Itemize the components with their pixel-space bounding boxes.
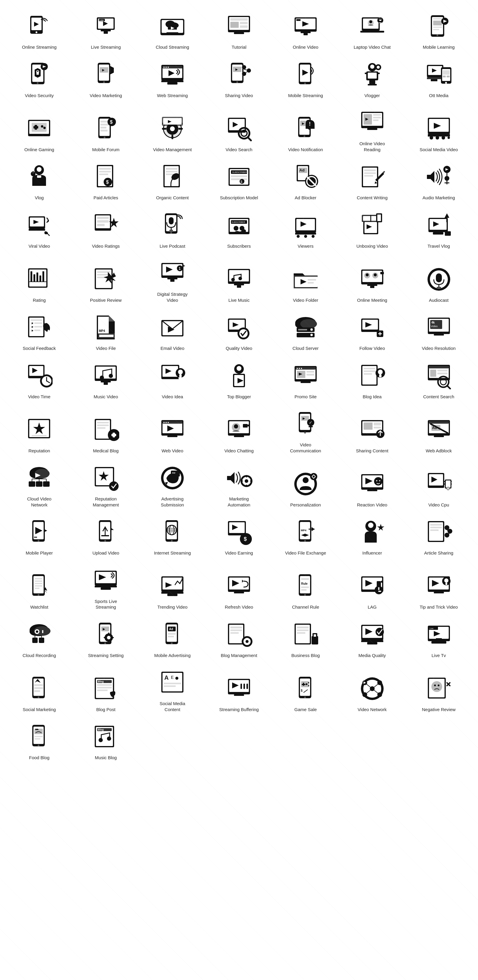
channel-rule-icon: Rule: [291, 571, 321, 601]
svg-point-690: [434, 684, 436, 686]
svg-point-143: [303, 135, 305, 137]
svg-rect-246: [377, 215, 381, 221]
svg-text:Blog: Blog: [98, 728, 104, 731]
video-security-icon: [24, 60, 54, 90]
svg-rect-548: [167, 594, 178, 596]
svg-rect-670: [302, 684, 305, 685]
svg-rect-558: [301, 578, 309, 580]
live-streaming-icon: Live: [91, 11, 121, 41]
cloud-recording-icon: [24, 620, 54, 649]
icon-item-online-gaming: Online Gaming: [6, 102, 73, 157]
svg-rect-7: [101, 30, 111, 31]
cloud-server-label: Cloud Server: [292, 345, 319, 352]
icon-item-social-media-content: A E Social Media Content: [139, 662, 206, 716]
svg-rect-154: [367, 128, 377, 130]
travel-vlog-label: Travel Vlog: [427, 243, 450, 249]
svg-rect-105: [447, 76, 449, 77]
svg-text:$: $: [240, 180, 242, 183]
svg-text:$: $: [301, 689, 303, 692]
mobile-forum-label: Mobile Forum: [92, 147, 119, 153]
svg-rect-596: [104, 637, 105, 638]
svg-rect-538: [35, 588, 40, 589]
svg-point-589: [104, 643, 106, 644]
svg-rect-217: [97, 220, 109, 223]
svg-rect-547: [161, 592, 183, 594]
icon-item-reaction-video: Reaction Video: [339, 458, 405, 512]
streaming-setting-label: Streaming Setting: [88, 652, 124, 659]
video-chatting-label: Video Chatting: [224, 448, 254, 454]
social-marketing-icon: [24, 674, 54, 704]
web-adblock-label: Web Adblock: [426, 448, 452, 454]
svg-rect-380: [364, 371, 375, 372]
icon-item-mobile-learning: Mobile Learning: [405, 6, 472, 54]
paid-articles-label: Paid Articles: [94, 195, 118, 201]
email-video-label: Email Video: [160, 345, 184, 352]
svg-rect-603: [168, 633, 176, 635]
svg-rect-252: [433, 232, 443, 235]
svg-rect-535: [35, 581, 43, 582]
svg-point-465: [245, 479, 248, 483]
tip-and-trick-video-label: Tip and Trick Video: [420, 604, 458, 610]
svg-rect-44: [433, 21, 442, 25]
svg-rect-664: [234, 694, 244, 696]
svg-point-473: [310, 473, 317, 480]
vlogger-label: Vlogger: [364, 92, 380, 99]
svg-rect-351: [104, 382, 108, 385]
watchlist-label: Watchlist: [30, 604, 48, 610]
article-sharing-label: Article Sharing: [424, 550, 454, 556]
icon-item-online-video: Online Video: [272, 6, 339, 54]
online-streaming-icon: [24, 11, 54, 41]
icon-item-upload-video: Upload Video: [73, 512, 139, 560]
svg-point-600: [171, 643, 173, 644]
svg-rect-88: [365, 73, 367, 74]
icon-item-internet-streaming: Internet Streaming: [139, 512, 206, 560]
svg-rect-486: [444, 481, 445, 482]
svg-rect-384: [379, 374, 381, 377]
live-podcast-label: Live Podcast: [160, 243, 185, 249]
icon-item-unboxing-video: Unboxing Video: [339, 205, 405, 253]
svg-rect-397: [32, 435, 47, 436]
svg-point-102: [445, 82, 447, 84]
svg-point-423: [304, 432, 306, 434]
svg-rect-119: [100, 127, 106, 129]
trending-video-icon: [157, 571, 187, 601]
svg-rect-405: [111, 434, 116, 436]
svg-rect-173: [99, 173, 108, 175]
web-video-icon: [157, 415, 187, 445]
svg-rect-257: [37, 272, 38, 282]
content-writing-icon: [357, 162, 387, 192]
upload-video-icon: [91, 517, 121, 547]
mobile-advertising-label: Mobile Advertising: [154, 652, 191, 659]
svg-rect-469: [250, 480, 252, 482]
icon-item-travel-vlog: Travel Vlog: [405, 205, 472, 253]
tutorial-label: Tutorial: [232, 44, 246, 50]
svg-text:MP4: MP4: [99, 329, 105, 332]
svg-rect-448: [36, 481, 43, 487]
icon-item-video-search: Video Search: [206, 102, 272, 157]
video-file-label: Video File: [96, 345, 116, 352]
top-blogger-label: Top Blogger: [227, 394, 251, 400]
svg-rect-290: [367, 285, 377, 286]
svg-rect-649: [97, 687, 112, 688]
video-chatting-icon: [224, 415, 254, 445]
icon-item-ad-blocker: Ad Ad Blocker: [272, 157, 339, 205]
svg-point-612: [246, 640, 249, 643]
svg-point-277: [238, 277, 242, 280]
svg-point-410: [165, 422, 167, 423]
icon-item-advertising-submission: Ad Advertising Submission: [139, 458, 206, 512]
blog-management-label: Blog Management: [221, 652, 257, 659]
svg-rect-619: [297, 627, 309, 628]
video-search-label: Video Search: [226, 147, 252, 153]
positive-review-label: Positive Review: [90, 297, 122, 303]
svg-marker-269: [182, 264, 185, 267]
svg-point-691: [438, 684, 440, 686]
icon-item-audiocast: Audiocast: [405, 253, 472, 307]
video-folder-icon: [291, 264, 321, 294]
channel-rule-label: Channel Rule: [292, 604, 319, 610]
svg-point-159: [430, 136, 433, 140]
icon-item-mobile-streaming: Mobile Streaming: [272, 54, 339, 103]
svg-rect-200: [364, 169, 376, 171]
reputation-management-label: Reputation Management: [85, 496, 127, 508]
svg-rect-21: [234, 32, 244, 34]
svg-rect-233: [296, 219, 315, 231]
